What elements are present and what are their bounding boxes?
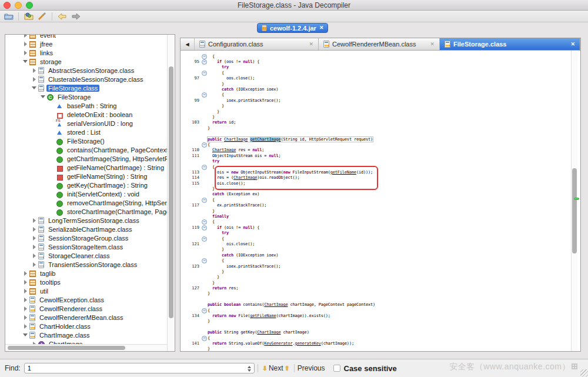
overview-ruler-marker[interactable] [574, 198, 579, 200]
code-line[interactable] [181, 131, 572, 136]
tree-item[interactable]: basePath : String [5, 101, 166, 110]
fold-collapse-icon[interactable] [201, 219, 208, 225]
code-line[interactable]: public ChartImage getChartImage(String i… [181, 136, 572, 142]
tree-item[interactable]: ChartHolder.class [5, 322, 166, 331]
collapsed-arrow-icon[interactable] [23, 315, 28, 320]
fold-collapse-icon[interactable] [201, 197, 208, 202]
code-line[interactable]: } [181, 104, 572, 109]
collapsed-arrow-icon[interactable] [32, 76, 37, 82]
code-vertical-scrollbar-thumb[interactable] [572, 168, 577, 253]
code-line[interactable] [181, 296, 572, 302]
tree-item[interactable]: FileStorage.class [5, 84, 166, 92]
find-input[interactable] [25, 363, 254, 373]
expanded-arrow-icon[interactable] [32, 85, 37, 91]
code-line[interactable]: } [181, 291, 572, 296]
code-link[interactable]: getFileName [250, 313, 276, 318]
code-line[interactable]: } [181, 275, 572, 280]
tree-item[interactable]: AbstractSessionStorage.class [5, 66, 166, 75]
code-line[interactable]: { [181, 70, 572, 75]
code-link[interactable]: ChartImage [264, 302, 288, 307]
collapsed-arrow-icon[interactable] [32, 218, 37, 223]
code-line[interactable]: public boolean contains(ChartImage chart… [181, 302, 572, 308]
tree-item[interactable]: SerializableChartImage.class [5, 225, 166, 233]
close-icon[interactable]: ✕ [430, 41, 435, 47]
editor-tab[interactable]: Configuration.class✕ [195, 38, 319, 50]
tab-scroll-left-icon[interactable]: ◀ [181, 38, 195, 50]
code-link[interactable]: getChartImage [250, 137, 280, 142]
code-line[interactable]: } [181, 319, 572, 324]
fold-collapse-icon[interactable] [201, 70, 208, 75]
fold-collapse-icon[interactable] [201, 54, 208, 59]
editor-tab[interactable]: CewolfRendererMBean.class✕ [319, 38, 440, 50]
code-line[interactable]: 123ioex.printStackTrace(); [181, 263, 572, 269]
collapsed-arrow-icon[interactable] [32, 244, 37, 249]
code-line[interactable]: } [181, 81, 572, 86]
fold-collapse-icon[interactable] [201, 59, 208, 65]
expanded-arrow-icon[interactable] [41, 94, 46, 99]
code-line[interactable]: } [181, 346, 572, 351]
code-viewer[interactable]: {95if (oos != null) {try{97oos.close();}… [181, 51, 572, 351]
code-line[interactable]: 103return id; [181, 120, 572, 125]
code-line[interactable]: catch (Exception ex) [181, 192, 572, 197]
tree-item[interactable]: util [5, 286, 166, 295]
close-icon[interactable]: ✕ [570, 41, 575, 47]
code-line[interactable]: 111ObjectInputStream ois = null; [181, 153, 572, 158]
code-line[interactable]: { [181, 219, 572, 225]
tree-item[interactable]: ClusterableSessionStorage.class [5, 75, 166, 84]
collapsed-arrow-icon[interactable] [23, 306, 28, 311]
code-line[interactable]: 110ChartImage res = null; [181, 148, 572, 153]
code-line[interactable]: { [181, 164, 572, 169]
collapsed-arrow-icon[interactable] [32, 226, 37, 232]
code-line[interactable]: 113ois = new ObjectInputStream(new FileI… [181, 169, 572, 175]
tree-item[interactable]: storeChartImage(ChartImage, PageC [5, 207, 166, 216]
fold-collapse-icon[interactable] [201, 335, 208, 341]
code-line[interactable]: 121ois.close(); [181, 241, 572, 246]
find-combobox[interactable] [24, 363, 255, 373]
tree-item[interactable]: SessionStorageGroup.class [5, 233, 166, 242]
code-line[interactable]: try [181, 65, 572, 70]
code-line[interactable]: 115ois.close(); [181, 181, 572, 186]
code-line[interactable]: 95if (oos != null) { [181, 59, 572, 64]
tree-item[interactable]: tooltips [5, 278, 166, 286]
tree-item[interactable]: taglib [5, 269, 166, 278]
code-line[interactable]: } [181, 280, 572, 285]
collapsed-arrow-icon[interactable] [32, 235, 37, 241]
collapsed-arrow-icon[interactable] [23, 323, 28, 329]
code-line[interactable]: 117ex.printStackTrace(); [181, 203, 572, 208]
code-line[interactable]: { [181, 258, 572, 263]
code-link[interactable]: ChartImage [257, 330, 280, 335]
collapsed-arrow-icon[interactable] [23, 288, 28, 293]
code-line[interactable]: { [181, 197, 572, 202]
code-line[interactable]: 141return String.valueOf(KeyGenerator.ge… [181, 341, 572, 346]
code-line[interactable]: } [181, 247, 572, 252]
code-line[interactable]: 127return res; [181, 285, 572, 291]
tree-horizontal-scrollbar-thumb[interactable] [8, 346, 125, 350]
resize-grip[interactable] [580, 369, 588, 377]
code-link[interactable]: ChartImage [212, 148, 236, 152]
collapsed-arrow-icon[interactable] [23, 34, 28, 38]
tree-item[interactable]: CewolfRenderer.class [5, 304, 166, 313]
code-vertical-scrollbar[interactable] [571, 51, 577, 351]
collapsed-arrow-icon[interactable] [32, 68, 37, 73]
tree-item[interactable]: TransientSessionStorage.class [5, 260, 166, 269]
code-line[interactable]: } [181, 208, 572, 213]
collapsed-arrow-icon[interactable] [23, 41, 28, 46]
expanded-arrow-icon[interactable] [23, 59, 28, 64]
fold-collapse-icon[interactable] [201, 258, 208, 263]
tree-item[interactable]: getChartImage(String, HttpServletRe [5, 154, 166, 163]
open-file-icon[interactable] [4, 12, 14, 21]
tree-item[interactable]: CewolfException.class [5, 295, 166, 304]
code-line[interactable] [181, 324, 572, 329]
tree-item[interactable]: removeChartImage(String, HttpServl [5, 198, 166, 207]
tree-item[interactable]: ChartImage.class [5, 331, 166, 339]
code-line[interactable]: 99ioex.printStackTrace(); [181, 98, 572, 103]
forward-icon[interactable] [71, 12, 81, 21]
close-icon[interactable]: ✕ [319, 25, 324, 31]
fold-collapse-icon[interactable] [201, 164, 208, 169]
fold-collapse-icon[interactable] [201, 236, 208, 241]
code-line[interactable]: } [181, 269, 572, 274]
find-previous-button[interactable]: Previous [298, 364, 325, 372]
code-link[interactable]: KeyGenerator [264, 341, 292, 346]
code-line[interactable]: { [181, 236, 572, 241]
jar-document-tab[interactable]: cewolf-1.2.4.jar ✕ [257, 23, 328, 33]
